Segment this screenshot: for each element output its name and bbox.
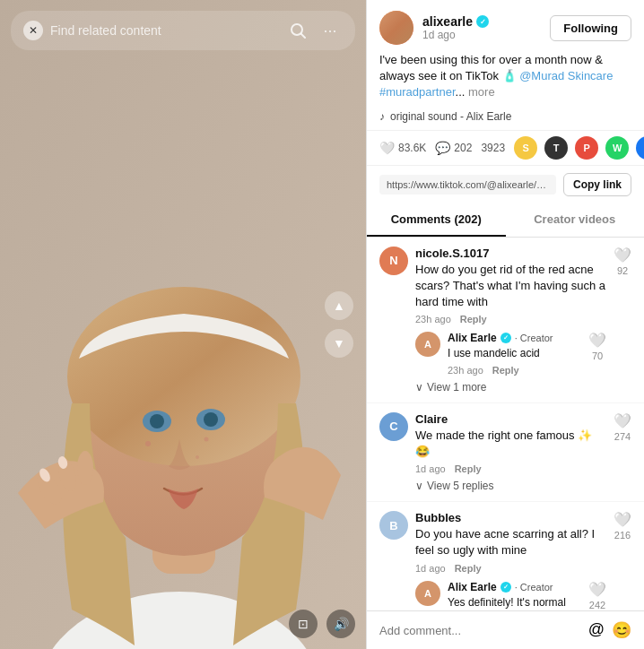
chevron-down-icon: ∨ — [415, 381, 423, 394]
commenter-avatar: B — [379, 511, 408, 540]
share-icon-red[interactable]: P — [575, 136, 598, 160]
search-bar: ✕ Find related content ··· — [11, 11, 355, 50]
tab-comments[interactable]: Comments (202) — [367, 203, 506, 237]
likes-stat[interactable]: 🤍 83.6K — [379, 141, 426, 155]
reply-button[interactable]: Reply — [455, 563, 482, 574]
nav-arrows: ▲ ▼ — [325, 291, 353, 358]
right-panel: alixearle ✓ 1d ago Following I've been u… — [366, 0, 644, 649]
volume-button[interactable]: 🔊 — [326, 610, 355, 638]
reply-heart-icon[interactable]: 🤍 — [588, 581, 606, 598]
emoji-button[interactable]: 😊 — [612, 620, 631, 640]
comments-stat[interactable]: 💬 202 — [435, 141, 472, 155]
reply-heart-icon[interactable]: 🤍 — [588, 332, 606, 349]
reply-time: 23h ago — [448, 365, 483, 376]
like-count: 92 — [617, 265, 628, 276]
more-button[interactable]: ··· — [318, 18, 343, 43]
search-placeholder: Find related content — [50, 23, 278, 38]
reply-body: Alix Earle ✓ · Creator I use mandelic ac… — [448, 332, 553, 376]
close-button[interactable]: ✕ — [23, 21, 43, 40]
comment-stat-icon: 💬 — [435, 141, 450, 155]
commenter-username: Bubbles — [415, 511, 606, 524]
share-icon-green[interactable]: W — [605, 136, 629, 160]
reply-username: Alix Earle ✓ · Creator — [448, 332, 553, 344]
follow-button[interactable]: Following — [550, 15, 631, 41]
likes-count: 83.6K — [398, 142, 426, 154]
commenter-avatar: C — [379, 412, 408, 441]
screenshot-button[interactable]: ⊡ — [289, 610, 318, 638]
comment-item: N nicole.S.1017 How do you get rid of th… — [367, 238, 644, 403]
reply-text: I use mandelic acid — [448, 346, 553, 361]
reply-avatar: A — [415, 332, 440, 357]
more-link[interactable]: more — [468, 85, 495, 99]
reply-button[interactable]: Reply — [455, 463, 482, 474]
shares-count: 3923 — [481, 142, 505, 154]
share-icon-blue[interactable]: f — [636, 136, 644, 160]
shares-stat[interactable]: 3923 — [481, 142, 505, 154]
reply-avatar: A — [415, 581, 440, 606]
at-button[interactable]: @ — [588, 620, 605, 640]
reply-button[interactable]: Reply — [460, 314, 487, 324]
reply-like-col: 🤍 242 — [588, 581, 606, 610]
svg-point-11 — [205, 437, 209, 442]
heart-icon[interactable]: 🤍 — [614, 412, 631, 429]
tab-creator-videos[interactable]: Creator videos — [506, 203, 645, 237]
comment-like-col: 🤍 92 — [614, 247, 631, 394]
comment-text: We made the right one famous ✨😂 — [415, 428, 606, 460]
copy-link-button[interactable]: Copy link — [563, 173, 631, 196]
reply-verified-icon: ✓ — [500, 333, 511, 343]
comment-text: How do you get rid of the red acne scars… — [415, 262, 606, 311]
mention-link[interactable]: @Murad Skincare — [519, 69, 613, 82]
caption-text: I've been using this for over a month no… — [379, 53, 613, 99]
comment-meta: 1d ago Reply — [415, 563, 606, 574]
heart-icon[interactable]: 🤍 — [614, 247, 631, 264]
stats-row: 🤍 83.6K 💬 202 3923 S T P W f ➤ — [367, 130, 644, 166]
video-link: https://www.tiktok.com/@alixearle/video/… — [379, 175, 556, 195]
up-arrow-icon: ▲ — [333, 299, 345, 313]
reply-like-count: 242 — [589, 600, 605, 610]
close-icon: ✕ — [29, 24, 38, 37]
down-arrow-icon: ▼ — [333, 336, 345, 350]
user-header: alixearle ✓ 1d ago Following — [367, 0, 644, 52]
share-icon-dark[interactable]: T — [544, 136, 568, 160]
comment-meta: 1d ago Reply — [415, 463, 606, 474]
time-ago: 1d ago — [422, 29, 541, 41]
view-more-replies[interactable]: ∨ View 1 more — [415, 381, 606, 394]
sub-reply: A Alix Earle ✓ · Creator I use mandelic … — [415, 332, 606, 376]
reply-reply-button[interactable]: Reply — [492, 365, 519, 376]
reply-verified-icon: ✓ — [500, 582, 511, 593]
comment-item: B Bubbles Do you have acne scarring at a… — [367, 502, 644, 610]
view-replies[interactable]: ∨ View 5 replies — [415, 480, 606, 492]
next-arrow[interactable]: ▼ — [325, 329, 353, 358]
comment-text: Do you have acne scarring at all? I feel… — [415, 526, 606, 558]
verified-badge: ✓ — [476, 15, 489, 28]
share-icon-yellow[interactable]: S — [514, 136, 537, 160]
reply-meta: 23h ago Reply — [448, 365, 553, 376]
comment-time: 23h ago — [415, 314, 451, 324]
prev-arrow[interactable]: ▲ — [325, 291, 353, 320]
volume-icon: 🔊 — [334, 617, 349, 631]
svg-point-9 — [204, 412, 218, 427]
chevron-down-icon: ∨ — [415, 480, 423, 492]
svg-point-12 — [196, 455, 199, 459]
comment-body: Bubbles Do you have acne scarring at all… — [415, 511, 606, 610]
username: alixearle — [422, 14, 473, 29]
search-button[interactable] — [285, 18, 310, 43]
heart-icon[interactable]: 🤍 — [614, 511, 631, 528]
add-comment-bar: @ 😊 — [367, 610, 644, 649]
comment-input[interactable] — [379, 624, 579, 637]
svg-line-19 — [301, 34, 305, 38]
svg-point-18 — [292, 24, 302, 35]
comment-time: 1d ago — [415, 463, 446, 474]
reply-body: Alix Earle ✓ · Creator Yes definitely! I… — [448, 581, 581, 610]
comment-body: Claire We made the right one famous ✨😂 1… — [415, 412, 606, 492]
comments-count: 202 — [454, 142, 472, 154]
more-icon: ··· — [323, 22, 336, 40]
comment-item: C Claire We made the right one famous ✨😂… — [367, 403, 644, 502]
sound-row: ♪ original sound - Alix Earle — [367, 107, 644, 130]
tabs-row: Comments (202) Creator videos — [367, 203, 644, 238]
video-background: ✕ Find related content ··· ▲ ▼ — [0, 0, 366, 649]
hashtag-link[interactable]: #muradpartner — [379, 85, 456, 99]
reply-like-count: 70 — [592, 350, 603, 361]
like-count: 274 — [614, 431, 631, 442]
commenter-username: nicole.S.1017 — [415, 247, 606, 260]
